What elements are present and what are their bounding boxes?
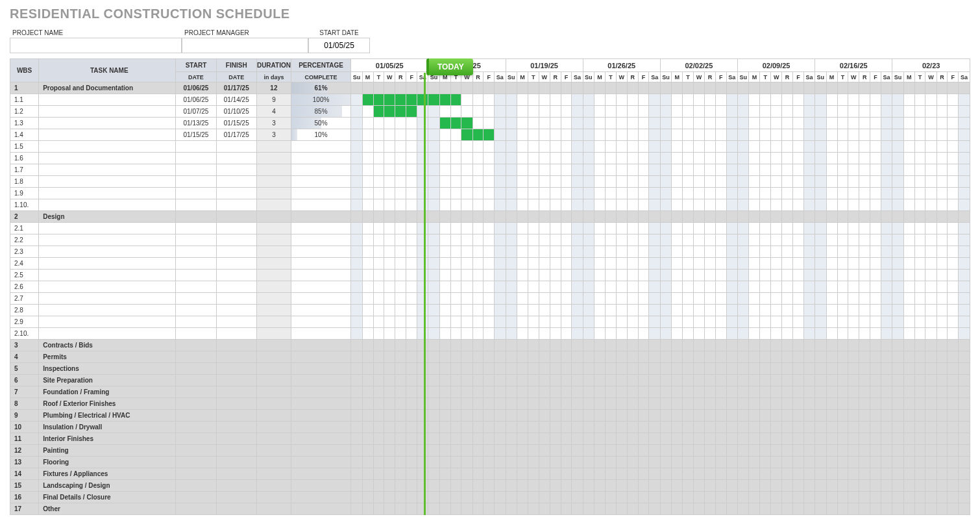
cell-duration[interactable]: 12 <box>256 82 291 94</box>
gantt-cell[interactable] <box>395 445 406 457</box>
gantt-cell[interactable] <box>528 305 539 316</box>
gantt-cell[interactable] <box>693 129 704 141</box>
gantt-cell[interactable] <box>803 270 815 281</box>
gantt-cell[interactable] <box>726 386 737 398</box>
gantt-cell[interactable] <box>693 351 704 363</box>
gantt-cell[interactable] <box>450 281 461 293</box>
gantt-cell[interactable] <box>837 328 848 340</box>
gantt-cell[interactable] <box>539 106 550 118</box>
gantt-cell[interactable] <box>903 223 914 234</box>
gantt-cell[interactable] <box>892 223 903 234</box>
gantt-cell[interactable] <box>760 270 771 281</box>
gantt-cell[interactable] <box>715 211 726 223</box>
cell-wbs[interactable]: 1.7 <box>10 164 39 176</box>
gantt-cell[interactable] <box>495 106 506 118</box>
cell-pct[interactable] <box>291 410 350 422</box>
gantt-cell[interactable] <box>672 94 683 106</box>
gantt-cell[interactable] <box>693 270 704 281</box>
gantt-cell[interactable] <box>782 328 793 340</box>
gantt-cell[interactable] <box>351 386 362 398</box>
gantt-cell[interactable] <box>726 316 737 328</box>
gantt-cell[interactable] <box>771 445 782 457</box>
gantt-cell[interactable] <box>826 153 837 164</box>
gantt-cell[interactable] <box>362 398 373 410</box>
gantt-cell[interactable] <box>705 340 716 351</box>
gantt-cell[interactable] <box>594 503 606 515</box>
gantt-cell[interactable] <box>881 340 892 351</box>
gantt-cell[interactable] <box>948 106 959 118</box>
gantt-cell[interactable] <box>760 316 771 328</box>
gantt-cell[interactable] <box>959 422 970 433</box>
gantt-cell[interactable] <box>672 468 683 480</box>
gantt-cell[interactable] <box>815 164 826 176</box>
gantt-cell[interactable] <box>461 164 472 176</box>
gantt-cell[interactable] <box>848 246 859 258</box>
gantt-cell[interactable] <box>450 305 461 316</box>
cell-wbs[interactable]: 1.4 <box>10 129 39 141</box>
cell-task[interactable]: Roof / Exterior Finishes <box>39 398 176 410</box>
gantt-cell[interactable] <box>417 340 428 351</box>
gantt-cell[interactable] <box>472 398 484 410</box>
cell-finish[interactable] <box>216 375 256 386</box>
gantt-cell[interactable] <box>881 129 892 141</box>
gantt-cell[interactable] <box>672 270 683 281</box>
gantt-cell[interactable] <box>351 340 362 351</box>
cell-finish[interactable] <box>216 188 256 199</box>
gantt-cell[interactable] <box>484 480 495 492</box>
gantt-cell[interactable] <box>450 188 461 199</box>
gantt-cell[interactable] <box>506 82 517 94</box>
gantt-cell[interactable] <box>793 129 804 141</box>
gantt-cell[interactable] <box>859 270 870 281</box>
gantt-cell[interactable] <box>572 164 583 176</box>
cell-start[interactable] <box>176 258 216 270</box>
gantt-cell[interactable] <box>406 340 417 351</box>
gantt-cell[interactable] <box>881 305 892 316</box>
cell-start[interactable] <box>176 316 216 328</box>
gantt-cell[interactable] <box>693 153 704 164</box>
gantt-cell[interactable] <box>594 258 606 270</box>
gantt-cell[interactable] <box>903 293 914 305</box>
gantt-cell[interactable] <box>726 234 737 246</box>
cell-finish[interactable] <box>216 363 256 375</box>
gantt-cell[interactable] <box>606 457 617 468</box>
gantt-cell[interactable] <box>472 82 484 94</box>
gantt-cell[interactable] <box>948 94 959 106</box>
gantt-cell[interactable] <box>859 223 870 234</box>
gantt-cell[interactable] <box>561 258 572 270</box>
gantt-cell[interactable] <box>771 223 782 234</box>
gantt-cell[interactable] <box>782 153 793 164</box>
gantt-cell[interactable] <box>550 305 561 316</box>
gantt-cell[interactable] <box>627 340 638 351</box>
gantt-cell[interactable] <box>373 164 384 176</box>
gantt-cell[interactable] <box>506 351 517 363</box>
gantt-cell[interactable] <box>583 457 594 468</box>
gantt-cell[interactable] <box>594 199 606 211</box>
gantt-cell[interactable] <box>506 234 517 246</box>
gantt-cell[interactable] <box>881 433 892 445</box>
gantt-cell[interactable] <box>705 305 716 316</box>
gantt-cell[interactable] <box>351 363 362 375</box>
gantt-cell[interactable] <box>583 281 594 293</box>
gantt-cell[interactable] <box>815 281 826 293</box>
gantt-cell[interactable] <box>925 492 937 503</box>
cell-wbs[interactable]: 2.1 <box>10 223 39 234</box>
gantt-cell[interactable] <box>528 129 539 141</box>
gantt-cell[interactable] <box>649 410 660 422</box>
gantt-cell[interactable] <box>859 211 870 223</box>
cell-duration[interactable] <box>256 305 291 316</box>
gantt-cell[interactable] <box>870 82 881 94</box>
gantt-cell[interactable] <box>837 199 848 211</box>
gantt-cell[interactable] <box>550 445 561 457</box>
gantt-cell[interactable] <box>484 351 495 363</box>
gantt-cell[interactable] <box>715 328 726 340</box>
gantt-cell[interactable] <box>892 503 903 515</box>
gantt-cell[interactable] <box>461 328 472 340</box>
gantt-cell[interactable] <box>461 223 472 234</box>
gantt-cell[interactable] <box>373 480 384 492</box>
gantt-cell[interactable] <box>384 316 395 328</box>
gantt-cell[interactable] <box>484 340 495 351</box>
gantt-cell[interactable] <box>903 480 914 492</box>
gantt-cell[interactable] <box>826 293 837 305</box>
gantt-cell[interactable] <box>561 176 572 188</box>
gantt-cell[interactable] <box>803 492 815 503</box>
